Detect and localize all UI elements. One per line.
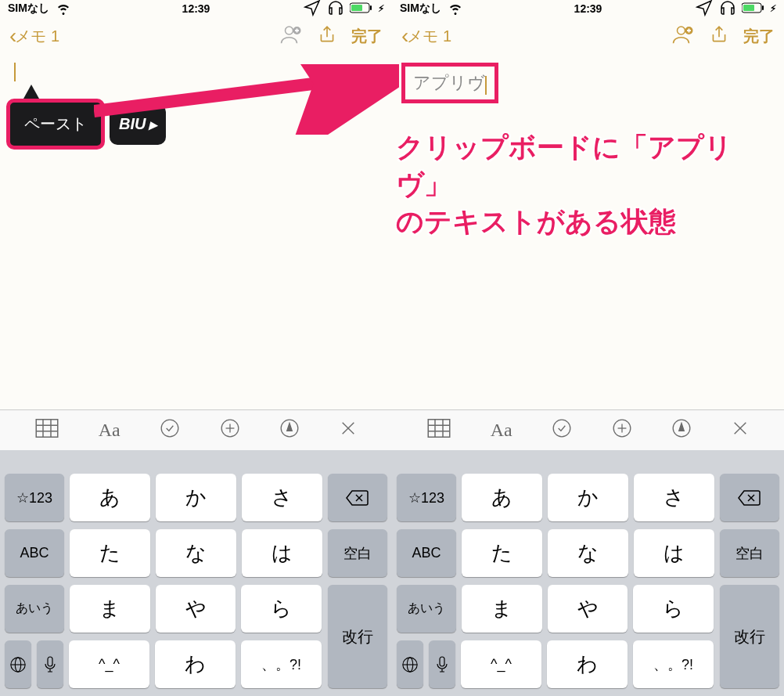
svg-rect-5 [37,419,59,437]
share-icon[interactable] [317,24,337,48]
popover-arrow [23,85,39,99]
kb-ka[interactable]: か [548,474,628,521]
kb-ha[interactable]: は [242,529,322,577]
kb-mic[interactable] [429,640,455,688]
table-icon[interactable] [427,418,451,443]
markup-icon[interactable] [279,418,300,443]
kb-sa[interactable]: さ [634,474,714,521]
svg-rect-22 [48,657,52,666]
svg-point-33 [553,420,570,437]
close-keyboard-icon[interactable] [732,420,749,442]
kb-ta[interactable]: た [462,529,542,577]
kb-space[interactable]: 空白 [328,529,387,577]
checklist-icon[interactable] [160,418,180,443]
close-keyboard-icon[interactable] [340,420,357,442]
pasted-text-highlight: アプリヴ [401,63,498,103]
status-bar: SIMなし 12:39 ⚡︎ [392,0,784,17]
pasted-text: アプリヴ [413,73,485,92]
kb-globe[interactable] [5,640,31,688]
note-area[interactable] [392,55,784,409]
format-toolbar: Aa [0,409,392,450]
text-style-icon[interactable]: Aa [491,420,512,441]
nav-bar: ‹ メモ 1 完了 [392,17,784,55]
kb-ka[interactable]: か [156,474,236,521]
kb-ra[interactable]: ら [633,585,714,633]
checklist-icon[interactable] [552,418,572,443]
keyboard: ☆123 あ か さ ABC た な は 空白 あいう ま や ら [392,450,784,696]
battery-icon [742,2,765,16]
kb-ma[interactable]: ま [462,585,542,633]
kb-return[interactable]: 改行 [328,585,387,688]
svg-rect-28 [429,419,451,437]
kb-na[interactable]: な [156,529,236,577]
kb-sa[interactable]: さ [242,474,322,521]
back-label: メモ 1 [407,26,451,47]
location-icon [695,0,714,20]
headphones-icon [326,0,345,20]
svg-point-3 [286,27,293,34]
carrier-label: SIMなし [400,2,441,16]
kb-kaomoji[interactable]: ^_^ [69,640,149,688]
kb-mode-num[interactable]: ☆123 [397,474,456,521]
svg-rect-45 [440,657,444,666]
table-icon[interactable] [35,418,59,443]
done-button[interactable]: 完了 [743,26,775,47]
kb-space[interactable]: 空白 [720,529,779,577]
kb-na[interactable]: な [548,529,628,577]
format-button[interactable]: BIU ▸ [110,104,166,145]
paste-menu: ペースト BIU ▸ [6,99,166,150]
kb-wa[interactable]: わ [155,640,236,688]
svg-rect-1 [351,5,362,11]
phone-left: SIMなし 12:39 ⚡︎ ‹ [0,0,392,696]
done-button[interactable]: 完了 [351,26,383,47]
kb-ya[interactable]: や [156,585,236,633]
text-cursor [485,76,487,95]
kb-a[interactable]: あ [70,474,150,521]
back-button[interactable]: ‹ メモ 1 [9,23,59,49]
text-cursor [14,63,16,81]
kb-mic[interactable] [37,640,63,688]
kb-backspace[interactable] [720,474,779,521]
kb-ha[interactable]: は [634,529,714,577]
add-icon[interactable] [612,418,632,443]
add-person-icon[interactable] [671,23,695,49]
kb-ta[interactable]: た [70,529,150,577]
status-time: 12:39 [182,2,210,15]
kb-mode-abc[interactable]: ABC [5,529,64,577]
back-label: メモ 1 [15,26,59,47]
kb-return[interactable]: 改行 [720,585,779,688]
charging-icon: ⚡︎ [378,3,384,14]
kb-mode-abc[interactable]: ABC [397,529,456,577]
add-icon[interactable] [220,418,240,443]
format-toolbar: Aa [392,409,784,450]
kb-ra[interactable]: ら [241,585,322,633]
headphones-icon [718,0,737,20]
svg-point-10 [161,420,178,437]
status-time: 12:39 [574,2,602,15]
kb-wa[interactable]: わ [547,640,628,688]
kb-kaomoji[interactable]: ^_^ [461,640,541,688]
status-bar: SIMなし 12:39 ⚡︎ [0,0,392,17]
kb-mode-num[interactable]: ☆123 [5,474,64,521]
location-icon [303,0,322,20]
markup-icon[interactable] [671,418,692,443]
text-style-icon[interactable]: Aa [99,420,120,441]
kb-globe[interactable] [397,640,423,688]
nav-bar: ‹ メモ 1 完了 [0,17,392,55]
kb-mode-kana[interactable]: あいう [397,585,456,633]
add-person-icon[interactable] [279,23,303,49]
kb-punct[interactable]: 、。?! [241,640,322,688]
kb-mode-kana[interactable]: あいう [5,585,64,633]
back-button[interactable]: ‹ メモ 1 [401,23,451,49]
kb-ma[interactable]: ま [70,585,150,633]
kb-a[interactable]: あ [462,474,542,521]
carrier-label: SIMなし [8,2,49,16]
kb-backspace[interactable] [328,474,387,521]
paste-button[interactable]: ペースト [6,99,105,150]
svg-rect-24 [743,5,754,11]
kb-ya[interactable]: や [548,585,628,633]
share-icon[interactable] [709,24,729,48]
wifi-icon [54,0,73,20]
svg-point-26 [678,27,685,34]
kb-punct[interactable]: 、。?! [633,640,714,688]
